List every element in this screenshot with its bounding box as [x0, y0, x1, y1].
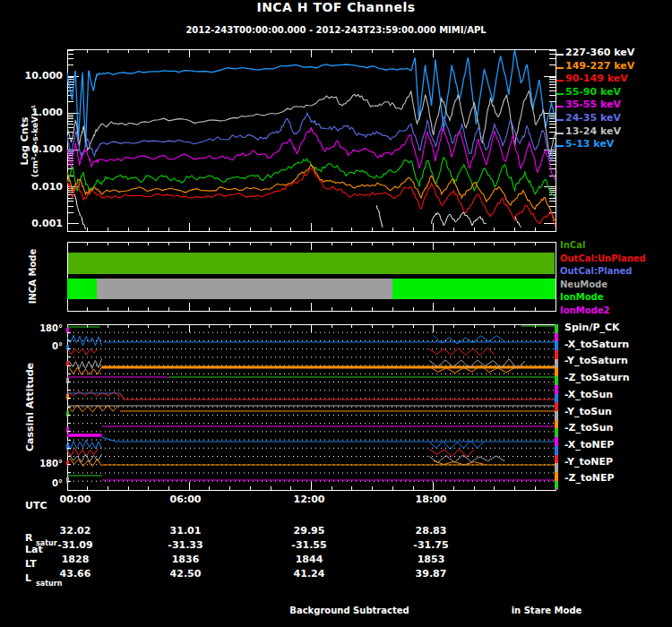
table-cell-L-3: 39.87 [400, 568, 462, 580]
table-cell-Lat-2: -31.55 [278, 539, 340, 551]
attitude-legend-Spin-P-CK: Spin/P_CK [564, 322, 620, 333]
mode-legend-IonMode: IonMode [560, 292, 603, 302]
channel-legend-tick [556, 145, 564, 147]
page-subtitle: 2012-243T00:00:00.000 - 2012-243T23:59:0… [0, 25, 672, 35]
channel-legend-55-90-keV: 55-90 keV [565, 86, 621, 98]
ytick-label-10.000: 10.000 [22, 70, 63, 82]
table-cell-L-2: 41.24 [278, 568, 340, 580]
table-cell-LT-2: 1844 [278, 554, 340, 565]
attitude-legend--Y-toSaturn: -Y_toSaturn [564, 355, 628, 366]
channel-legend-tick [556, 80, 564, 82]
mode-legend-IonMode2: IonMode2 [560, 305, 609, 315]
channel-legend-tick [556, 54, 564, 56]
channel-legend-24-35-keV: 24-35 keV [565, 112, 621, 124]
table-row-label-R: R [25, 532, 32, 544]
mode-legend-OutCal-UnPlaned: OutCal:UnPlaned [560, 253, 646, 263]
table-row-label-Lat: Lat [25, 544, 43, 555]
table-cell-LT-3: 1853 [400, 554, 462, 565]
footer-background-subtracted: Background Subtracted [224, 606, 475, 615]
channel-legend-tick [556, 119, 564, 121]
channel-legend-90-149-keV: 90-149 keV [565, 73, 628, 84]
utc-row-label: UTC [25, 500, 47, 511]
utc-tick-00:00: 00:00 [48, 494, 102, 505]
attitude-legend--Z-toNEP: -Z_toNEP [564, 472, 615, 484]
table-cell-L-1: 42.50 [154, 568, 217, 580]
attitude-legend--Y-toNEP: -Y_toNEP [564, 456, 613, 468]
table-cell-R-3: 28.83 [400, 525, 462, 537]
attitude-legend--X-toNEP: -X_toNEP [564, 439, 614, 451]
table-cell-R-0: 32.02 [44, 525, 107, 537]
attitude-ytick-2: 180° [27, 459, 63, 468]
ytick-label-0.010: 0.010 [22, 181, 63, 193]
attitude-legend--Z-toSun: -Z_toSun [564, 422, 613, 434]
footer-stare-mode: in Stare Mode [484, 606, 609, 615]
ytick-label-0.100: 0.100 [22, 143, 63, 155]
attitude-legend--Z-toSaturn: -Z_toSaturn [564, 372, 630, 383]
channel-legend-227-360-keV: 227-360 keV [565, 47, 634, 58]
table-cell-Lat-1: -31.33 [154, 539, 217, 551]
mode-legend-OutCal-Planed: OutCal:Planed [560, 266, 632, 276]
attitude-legend--X-toSaturn: -X_toSaturn [564, 339, 629, 350]
table-cell-Lat-3: -31.75 [400, 539, 462, 551]
table-row-label-L: L [25, 572, 31, 584]
mode-legend-NeuMode: NeuMode [560, 279, 607, 289]
table-cell-R-2: 29.95 [278, 525, 340, 537]
channel-legend-tick [556, 93, 564, 95]
utc-tick-18:00: 18:00 [404, 494, 458, 505]
inca-tof-plot-window: INCA H TOF Channels 2012-243T00:00:00.00… [0, 0, 672, 627]
y-axis-label-cassini-attitude: Cassini Attitude [24, 354, 36, 461]
attitude-ytick-0: 180° [27, 323, 63, 333]
channel-legend-35-55-keV: 35-55 keV [565, 99, 621, 110]
channel-legend-5-13-keV: 5-13 keV [565, 138, 614, 150]
channel-legend-tick [556, 106, 564, 107]
attitude-legend--Y-toSun: -Y_toSun [564, 406, 612, 417]
attitude-legend--X-toSun: -X_toSun [564, 389, 613, 400]
table-cell-L-0: 43.66 [44, 568, 107, 580]
channel-legend-13-24-keV: 13-24 keV [565, 125, 621, 137]
utc-tick-12:00: 12:00 [282, 494, 336, 505]
page-title: INCA H TOF Channels [0, 0, 672, 14]
ytick-label-1.000: 1.000 [22, 107, 63, 118]
channel-legend-149-227-keV: 149-227 keV [565, 60, 634, 72]
y-axis-label-inca-mode: INCA Mode [28, 236, 38, 317]
attitude-ytick-3: 0° [27, 478, 63, 488]
ytick-label-0.001: 0.001 [22, 218, 63, 229]
channel-legend-tick [556, 133, 564, 134]
table-row-sublabel-saturn: saturn [36, 580, 62, 588]
attitude-ytick-1: 0° [27, 341, 63, 351]
table-cell-LT-0: 1828 [44, 554, 107, 565]
channel-legend-tick [556, 67, 564, 69]
mode-legend-InCal: InCal [560, 240, 585, 250]
table-cell-LT-1: 1836 [154, 554, 217, 565]
table-cell-R-1: 31.01 [154, 525, 217, 537]
table-row-label-LT: LT [25, 558, 37, 570]
utc-tick-06:00: 06:00 [159, 494, 212, 505]
